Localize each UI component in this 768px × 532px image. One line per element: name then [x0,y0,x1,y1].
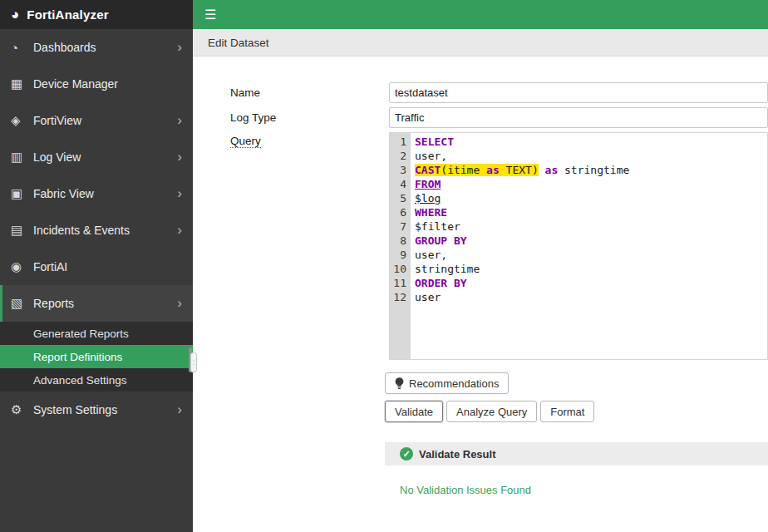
sidebar-item-label: Incidents & Events [33,224,177,237]
sidebar-item-label: FortiView [33,114,177,127]
log-type-select[interactable]: Traffic [389,107,768,128]
system-settings-icon: ⚙ [11,402,33,417]
sidebar-item-label: Dashboards [33,41,177,54]
sidebar-item-log-view[interactable]: ▥Log View› [0,139,193,175]
code-line: FROM [415,177,767,191]
sidebar-item-fabric-view[interactable]: ▣Fabric View› [0,175,193,212]
recommendations-label: Recommendations [409,377,499,390]
name-label: Name [230,82,389,103]
main-area: ☰ Edit Dataset Name Log Type Traffic [193,0,768,532]
editor-code[interactable]: SELECTuser,CAST(itime as TEXT) as string… [411,133,767,359]
lightbulb-icon [395,377,404,389]
code-line: user, [415,149,767,163]
sidebar-item-label: Report Definitions [33,351,122,363]
fortiai-icon: ◉ [11,259,33,274]
sidebar-item-label: Generated Reports [33,328,129,340]
chevron-right-icon: › [177,39,185,56]
chevron-right-icon: › [177,185,185,202]
sidebar-item-label: Fabric View [33,187,177,200]
code-line: user [415,290,767,304]
sidebar-item-generated-reports[interactable]: Generated Reports [0,322,193,345]
content: Name Log Type Traffic Query [193,57,768,532]
sidebar-item-system-settings[interactable]: ⚙System Settings› [0,392,193,428]
chevron-right-icon: › [177,149,185,165]
sidebar-item-label: Advanced Settings [33,374,127,387]
sidebar-item-dashboards[interactable]: ◔Dashboards› [0,29,193,66]
validation-message: No Validation Issues Found [385,484,768,496]
sidebar-resize-handle[interactable]: ⋮ [190,352,197,372]
fortianalyzer-logo-icon: ◕ [11,7,19,22]
log-view-icon: ▥ [11,150,33,165]
chevron-right-icon: › [177,401,185,418]
code-line: CAST(itime as TEXT) as stringtime [415,163,767,177]
code-line: WHERE [415,205,767,219]
editor-actions: Recommendations Validate Analyze Query F… [193,372,768,496]
sidebar-item-fortiai[interactable]: ◉FortiAI [0,249,193,285]
reports-icon: ▧ [11,296,33,311]
sidebar: ◕ FortiAnalyzer ◔Dashboards›▦Device Mana… [0,0,193,532]
sidebar-item-label: Log View [33,150,177,164]
code-line: $log [415,191,767,205]
sidebar-item-reports[interactable]: ▧Reports› [0,285,193,322]
check-circle-icon: ✓ [400,447,413,461]
sidebar-item-advanced-settings[interactable]: Advanced Settings [0,368,193,392]
code-line: $filter [415,219,767,234]
device-manager-icon: ▦ [11,76,33,91]
topbar: ☰ [193,0,768,29]
sidebar-item-label: FortiAI [33,260,185,273]
sidebar-nav: ◔Dashboards›▦Device Manager◈FortiView›▥L… [0,29,193,428]
query-editor[interactable]: 123456789101112 SELECTuser,CAST(itime as… [389,132,768,360]
chevron-right-icon: › [177,112,185,129]
validate-result-header: ✓ Validate Result [385,442,768,466]
code-line: stringtime [415,262,767,276]
chevron-right-icon: › [177,222,185,239]
editor-gutter: 123456789101112 [390,133,411,359]
app-window: ◕ FortiAnalyzer ◔Dashboards›▦Device Mana… [0,0,768,532]
sidebar-item-label: System Settings [33,403,177,416]
dataset-form: Name Log Type Traffic Query [193,82,768,360]
code-line: user, [415,248,767,262]
format-button[interactable]: Format [540,401,594,422]
dashboards-icon: ◔ [11,41,33,55]
sidebar-item-report-definitions[interactable]: Report Definitions [0,345,193,368]
incidents-events-icon: ▤ [11,223,33,238]
form-row-query: Query 123456789101112 SELECTuser,CAST(it… [230,132,768,360]
form-row-log-type: Log Type Traffic [230,107,768,128]
analyze-query-button[interactable]: Analyze Query [446,401,537,422]
app-logo-bar: ◕ FortiAnalyzer [0,0,193,29]
fabric-view-icon: ▣ [11,186,33,201]
fortiview-icon: ◈ [11,113,33,128]
app-title: FortiAnalyzer [27,7,108,22]
code-line: ORDER BY [415,276,767,290]
recommendations-button[interactable]: Recommendations [385,372,509,394]
sidebar-item-device-manager[interactable]: ▦Device Manager [0,66,193,102]
page-header: Edit Dataset [193,29,768,57]
sidebar-item-label: Device Manager [33,77,185,91]
hamburger-menu-icon[interactable]: ☰ [204,8,216,22]
validate-result-title: Validate Result [419,448,495,461]
validate-button[interactable]: Validate [385,401,443,422]
form-row-name: Name [230,82,768,103]
log-type-label: Log Type [230,107,389,128]
chevron-right-icon: › [177,295,185,312]
code-line: GROUP BY [415,234,767,248]
page-title: Edit Dataset [208,37,269,49]
query-label: Query [230,132,389,360]
sidebar-item-label: Reports [33,297,177,310]
name-input[interactable] [389,82,768,103]
sidebar-item-incidents-events[interactable]: ▤Incidents & Events› [0,212,193,249]
sidebar-item-fortiview[interactable]: ◈FortiView› [0,102,193,139]
code-line: SELECT [415,135,767,149]
